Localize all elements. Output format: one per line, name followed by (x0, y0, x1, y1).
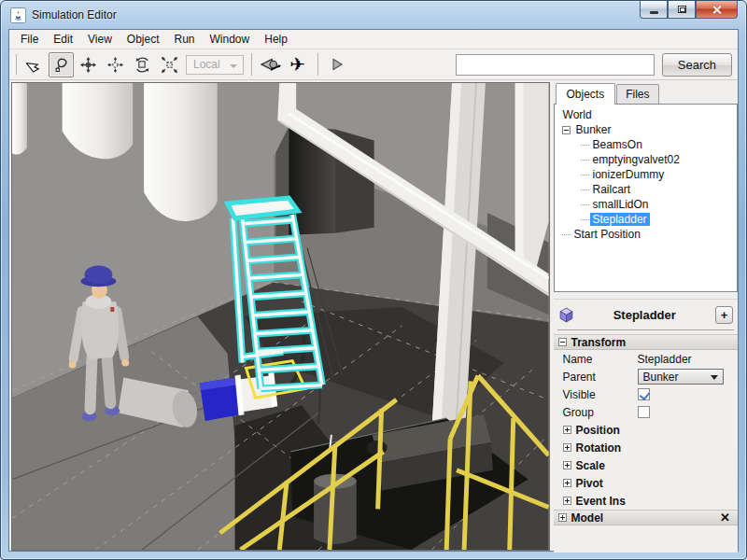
parent-dropdown[interactable]: Bunker (638, 369, 724, 385)
airplane-icon: ✈ (289, 55, 305, 74)
group-row: Group (554, 403, 738, 421)
visible-row: Visible (554, 385, 738, 403)
close-button[interactable] (696, 1, 738, 19)
expand-icon[interactable] (563, 497, 571, 505)
scale-tool-button[interactable] (157, 52, 182, 77)
tab-objects[interactable]: Objects (556, 83, 616, 105)
coordinate-space-value: Local (193, 58, 220, 71)
visible-checkbox[interactable] (638, 388, 650, 400)
name-value: Stepladder (638, 353, 692, 366)
tree-node-railcart[interactable]: Railcart (557, 182, 735, 197)
toolbar-separator-2 (317, 53, 318, 76)
tree-node-beamson[interactable]: BeamsOn (557, 137, 735, 152)
workspace: Objects Files World Bunker BeamsOn empty… (9, 80, 738, 553)
play-icon (330, 57, 345, 72)
tree-node-ionizerdummy[interactable]: ionizerDummy (557, 167, 735, 182)
cube-icon (558, 307, 574, 323)
expand-icon[interactable] (563, 426, 571, 434)
close-icon (712, 5, 722, 15)
event-ins-group[interactable]: Event Ins (554, 492, 738, 510)
rotate-icon (134, 57, 150, 73)
3d-viewport[interactable] (11, 82, 550, 551)
tree-node-stepladder[interactable]: Stepladder (557, 212, 735, 227)
scene-tree[interactable]: World Bunker BeamsOn emptyingvalvet02 io… (554, 104, 738, 292)
name-row: Name Stepladder (554, 350, 738, 368)
right-panel: Objects Files World Bunker BeamsOn empty… (554, 82, 738, 553)
java-app-icon (10, 7, 26, 23)
lasso-select-tool-button[interactable] (49, 52, 74, 77)
group-checkbox[interactable] (638, 406, 650, 418)
move-axis-icon (107, 57, 123, 73)
menu-bar: File Edit View Object Run Window Help (9, 30, 738, 49)
tree-node-bunker[interactable]: Bunker (557, 122, 735, 137)
minimize-icon (650, 11, 658, 14)
parent-row: Parent Bunker (554, 368, 738, 385)
add-component-button[interactable]: + (715, 306, 733, 324)
select-arrow-tool-button[interactable] (21, 52, 47, 77)
toolbar-separator (251, 53, 252, 76)
rotate-tool-button[interactable] (130, 52, 155, 77)
camera-view-icon (261, 56, 281, 73)
chevron-down-icon (230, 64, 237, 68)
toolbar: Local ✈ (9, 49, 738, 80)
lasso-select-icon (53, 57, 69, 73)
search-button[interactable]: Search (662, 53, 732, 77)
remove-model-button[interactable]: ✕ (720, 511, 733, 525)
restore-button[interactable] (668, 1, 696, 19)
scale-icon (162, 57, 177, 73)
panel-tabs: Objects Files (554, 82, 738, 104)
window-title: Simulation Editor (32, 8, 117, 21)
tree-node-smalllidon[interactable]: smallLidOn (557, 197, 735, 212)
play-button[interactable] (324, 52, 349, 77)
model-section-header[interactable]: Model ✕ (554, 510, 738, 525)
chevron-down-icon (711, 375, 718, 380)
pivot-group[interactable]: Pivot (554, 474, 738, 492)
collapse-icon[interactable] (558, 338, 567, 346)
camera-view-tool-button[interactable] (258, 52, 283, 77)
tree-node-start-position[interactable]: Start Position (557, 227, 735, 242)
menu-help[interactable]: Help (257, 31, 295, 48)
move-tool-button[interactable] (76, 52, 101, 77)
inspector-panel: Stepladder + Transform Name Stepladder P… (554, 299, 738, 553)
expand-icon[interactable] (558, 513, 567, 522)
collapse-icon[interactable] (562, 126, 571, 134)
coordinate-space-dropdown[interactable]: Local (186, 55, 244, 75)
inspector-header: Stepladder + (554, 300, 738, 329)
position-group[interactable]: Position (554, 421, 738, 439)
menu-view[interactable]: View (80, 31, 120, 48)
rotation-group[interactable]: Rotation (554, 439, 738, 456)
tab-files[interactable]: Files (616, 84, 658, 104)
select-arrow-icon (26, 57, 42, 73)
client-area: File Edit View Object Run Window Help (8, 29, 739, 552)
menu-run[interactable]: Run (167, 31, 203, 48)
move-icon (80, 57, 96, 73)
menu-window[interactable]: Window (203, 31, 258, 48)
title-bar[interactable]: Simulation Editor (1, 1, 746, 29)
selected-object-title: Stepladder (574, 308, 715, 322)
scene-canvas[interactable] (12, 83, 549, 550)
fly-mode-tool-button[interactable]: ✈ (285, 52, 310, 77)
menu-file[interactable]: File (13, 31, 46, 48)
menu-edit[interactable]: Edit (46, 31, 80, 48)
menu-object[interactable]: Object (120, 31, 167, 48)
scale-group[interactable]: Scale (554, 456, 738, 474)
tree-node-world[interactable]: World (557, 107, 735, 122)
divider (557, 329, 734, 330)
minimize-button[interactable] (640, 1, 668, 19)
toolbar-grip[interactable] (13, 54, 17, 75)
move-axis-tool-button[interactable] (103, 52, 128, 77)
app-window: Simulation Editor File Edit View Object … (0, 0, 747, 560)
restore-icon (678, 6, 686, 13)
expand-icon[interactable] (563, 479, 571, 487)
search-input[interactable] (456, 54, 655, 76)
tree-node-emptyingvalvet02[interactable]: emptyingvalvet02 (557, 152, 735, 167)
expand-icon[interactable] (563, 461, 571, 469)
transform-section-header[interactable]: Transform (554, 334, 738, 350)
expand-icon[interactable] (563, 443, 571, 452)
